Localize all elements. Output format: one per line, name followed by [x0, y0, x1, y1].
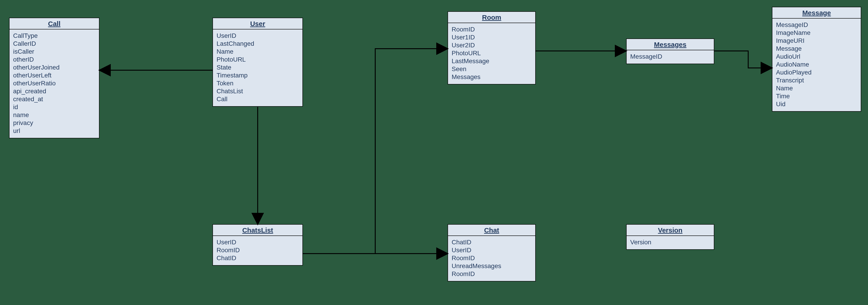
entity-body-user: UserID LastChanged Name PhotoURL State T… — [213, 29, 303, 106]
field: LastChanged — [217, 39, 299, 48]
entity-title-message: Message — [772, 7, 861, 19]
connectors — [0, 0, 868, 305]
entity-room[interactable]: Room RoomID User1ID User2ID PhotoURL Las… — [447, 11, 536, 84]
field: AudioPlayed — [776, 68, 857, 76]
field: User1ID — [452, 33, 532, 41]
field: MessageID — [776, 21, 857, 29]
field: State — [217, 63, 299, 71]
field: CallerID — [13, 39, 95, 48]
entity-message[interactable]: Message MessageID ImageName ImageURI Mes… — [772, 7, 861, 112]
field: api_created — [13, 87, 95, 95]
edge-chat-room — [375, 49, 447, 254]
entity-chat[interactable]: Chat ChatID UserID RoomID UnreadMessages… — [447, 224, 536, 281]
field: Message — [776, 45, 857, 53]
field: Token — [217, 79, 299, 87]
field: UserID — [217, 32, 299, 39]
field: RoomID — [452, 270, 532, 278]
entity-title-call: Call — [9, 18, 99, 29]
entity-body-room: RoomID User1ID User2ID PhotoURL LastMess… — [448, 23, 535, 84]
entity-body-chat: ChatID UserID RoomID UnreadMessages Room… — [448, 236, 535, 281]
field: Seen — [452, 65, 532, 73]
field: PhotoURL — [452, 49, 532, 57]
field: ChatID — [452, 238, 532, 246]
field: User2ID — [452, 41, 532, 49]
field: otherUserJoined — [13, 63, 95, 71]
field: UnreadMessages — [452, 262, 532, 270]
entity-body-call: CallType CallerID isCaller otherID other… — [9, 29, 99, 138]
field: url — [13, 127, 95, 135]
field: Time — [776, 92, 857, 100]
field: ImageName — [776, 29, 857, 37]
entity-title-chatslist: ChatsList — [213, 225, 303, 236]
field: Call — [217, 95, 299, 103]
entity-version[interactable]: Version Version — [626, 224, 714, 250]
field: Version — [630, 238, 710, 246]
entity-call[interactable]: Call CallType CallerID isCaller otherID … — [9, 18, 99, 138]
entity-title-chat: Chat — [448, 225, 535, 236]
field: LastMessage — [452, 57, 532, 65]
field: RoomID — [452, 25, 532, 33]
field: otherUserLeft — [13, 71, 95, 79]
field: Timestamp — [217, 71, 299, 79]
field: otherID — [13, 55, 95, 63]
entity-chatslist[interactable]: ChatsList UserID RoomID ChatID — [213, 224, 303, 266]
field: ImageURI — [776, 37, 857, 45]
field: privacy — [13, 119, 95, 127]
field: id — [13, 103, 95, 111]
entity-title-room: Room — [448, 12, 535, 23]
entity-body-message: MessageID ImageName ImageURI Message Aud… — [772, 19, 861, 111]
entity-messages[interactable]: Messages MessageID — [626, 38, 714, 64]
field: RoomID — [452, 254, 532, 262]
field: PhotoURL — [217, 55, 299, 63]
entity-title-user: User — [213, 18, 303, 29]
field: AudioUrl — [776, 53, 857, 60]
field: RoomID — [217, 246, 299, 254]
field: Name — [776, 84, 857, 92]
field: Messages — [452, 73, 532, 81]
entity-body-messages: MessageID — [627, 50, 714, 64]
field: name — [13, 111, 95, 119]
entity-body-version: Version — [627, 236, 714, 249]
field: CallType — [13, 32, 95, 39]
entity-title-version: Version — [627, 225, 714, 236]
entity-body-chatslist: UserID RoomID ChatID — [213, 236, 303, 265]
field: otherUserRatio — [13, 79, 95, 87]
field: Uid — [776, 100, 857, 108]
field: isCaller — [13, 48, 95, 55]
entity-user[interactable]: User UserID LastChanged Name PhotoURL St… — [213, 18, 303, 107]
edge-messages-message — [714, 51, 772, 68]
field: AudioName — [776, 60, 857, 68]
field: Name — [217, 48, 299, 55]
field: ChatsList — [217, 87, 299, 95]
field: ChatID — [217, 254, 299, 262]
field: created_at — [13, 95, 95, 103]
field: UserID — [217, 238, 299, 246]
entity-title-messages: Messages — [627, 39, 714, 50]
field: Transcript — [776, 76, 857, 84]
field: UserID — [452, 246, 532, 254]
field: MessageID — [630, 53, 710, 60]
